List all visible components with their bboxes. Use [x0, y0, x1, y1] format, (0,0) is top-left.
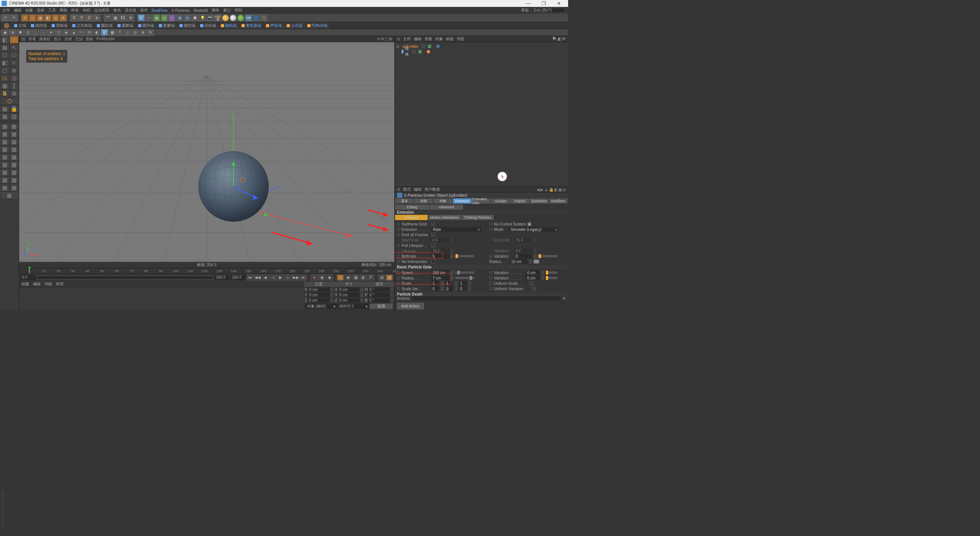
scene-python[interactable]: Python域	[305, 23, 330, 29]
mat-edit[interactable]: 编辑	[33, 281, 41, 287]
coord-mode-dd[interactable]: 对象 (相对)▾	[305, 304, 337, 309]
layout-dropdown[interactable]: 启动 (用户)	[531, 8, 566, 13]
vp-grip-icon[interactable]	[21, 37, 25, 41]
add-spline[interactable]: 〰	[145, 15, 152, 21]
obj-row-emitter[interactable]: ⊟ xpEmitter ✓	[396, 44, 567, 49]
lt-lock[interactable]: ⬡	[0, 97, 19, 105]
birthrate-slider[interactable]	[455, 255, 474, 257]
st-5[interactable]: ∴	[32, 29, 39, 36]
timeline-ruler[interactable]: 0102030405060708090100110120130140150160…	[19, 268, 394, 273]
play-back[interactable]: ◁	[270, 275, 276, 281]
subtab-thinking[interactable]: Thinking Particles	[461, 215, 494, 220]
scene-linear[interactable]: 线性域	[29, 23, 49, 29]
coord-apply[interactable]: 应用	[370, 304, 393, 309]
vp-menu-options[interactable]: 选项	[64, 36, 72, 42]
psr-button[interactable]: PSR0	[214, 15, 221, 21]
axis-x[interactable]: X	[70, 15, 77, 21]
undo-button[interactable]: ↶	[2, 15, 9, 21]
st-8[interactable]: ⬡	[55, 29, 62, 36]
subtab-emission[interactable]: Emission	[395, 215, 428, 220]
obj-menu-edit[interactable]: 编辑	[414, 36, 421, 42]
vp-menu-filter[interactable]: 过滤	[75, 36, 83, 42]
menu-select[interactable]: 选择	[37, 8, 44, 13]
attr-back-icon[interactable]: ◀	[537, 188, 540, 192]
lt-lasso[interactable]: ⬭	[10, 51, 19, 59]
lt-p11[interactable]: ▦	[0, 161, 10, 168]
scalevar-value[interactable]: 0	[431, 286, 439, 291]
pos-X[interactable]: 0 cm	[308, 288, 330, 292]
st-13[interactable]: ◐	[93, 29, 100, 36]
st-12[interactable]: ⟳	[86, 29, 93, 36]
lt-grid3[interactable]: ▧	[10, 113, 19, 120]
st-2[interactable]: ⊗	[9, 29, 16, 36]
axis-z[interactable]: Z	[86, 15, 93, 21]
obj-eye-icon[interactable]: 👁	[562, 37, 566, 41]
head-icon[interactable]	[2, 23, 11, 29]
vp-menu-camera[interactable]: 摄像机	[39, 36, 51, 42]
vis-editor[interactable]	[421, 44, 425, 48]
rec-btn[interactable]: ●	[311, 275, 318, 281]
rot-H[interactable]: 0 °	[369, 288, 390, 292]
speedvar-value[interactable]: 0 cm	[526, 270, 540, 275]
recent-tool[interactable]: ◎	[52, 15, 59, 21]
sphere-tag-icon[interactable]	[426, 50, 430, 54]
tab-coord[interactable]: 坐标	[414, 198, 433, 204]
vp-split-icon[interactable]: ⊞	[389, 37, 392, 41]
tab-modifiers[interactable]: Modifiers	[549, 198, 568, 204]
scene-radial[interactable]: 径向域	[198, 23, 218, 29]
lt-axis[interactable]: ⊕	[10, 67, 19, 74]
misc-icon[interactable]: ⬡	[260, 15, 267, 21]
light-icon[interactable]: 💡	[199, 15, 206, 21]
tab-editing[interactable]: Editing	[395, 204, 429, 210]
st-16[interactable]: T	[116, 29, 123, 36]
ks-3[interactable]: ▦	[352, 275, 359, 281]
obj-menu-view[interactable]: 查看	[425, 36, 432, 42]
birthrate-value[interactable]: 5	[431, 254, 449, 258]
vp-menu-view[interactable]: 查看	[28, 36, 36, 42]
st-18[interactable]: ◎	[132, 29, 139, 36]
ks-1[interactable]: ⊞	[337, 275, 344, 281]
lt-p6[interactable]: ▦	[10, 138, 19, 145]
render-region[interactable]: ▦	[112, 15, 119, 21]
lt-arrow[interactable]: ↖	[10, 44, 19, 51]
goto-start[interactable]: ⏮	[247, 275, 253, 281]
lt-cm[interactable]: ⬭	[0, 74, 10, 82]
scene-formula[interactable]: 公式域	[284, 23, 305, 29]
menu-spline[interactable]: 样条	[71, 8, 79, 13]
menu-xparticles[interactable]: X-Particles	[172, 8, 190, 13]
tab-emission[interactable]: Emission	[453, 198, 472, 204]
lt-p13[interactable]: ▦	[0, 168, 10, 176]
object-tree[interactable]: ⊟ xpEmitter ✓ 球体	[395, 42, 568, 186]
radiusvar-slider[interactable]	[546, 277, 557, 279]
scalevar-value2[interactable]: 0	[445, 286, 453, 291]
lt-ll[interactable]: ║	[10, 82, 19, 90]
tab-object[interactable]: 对象	[433, 198, 452, 204]
timeline-slider[interactable]	[37, 276, 214, 279]
attr-i4[interactable]: ⊞	[563, 188, 566, 192]
pos-Z[interactable]: 0 cm	[308, 298, 330, 302]
lt-p12[interactable]: ▦	[10, 161, 19, 168]
ks-2[interactable]: ◉	[345, 275, 351, 281]
lt-model[interactable]: ◧	[0, 36, 10, 44]
scene-random[interactable]: 随机域	[219, 23, 239, 29]
tab-groups[interactable]: Groups	[491, 198, 510, 204]
frame-end[interactable]: 250 F	[214, 275, 230, 280]
attr-menu-edit[interactable]: 编辑	[414, 187, 421, 192]
emission-dropdown[interactable]: Rate▾	[431, 227, 481, 232]
frame-end2[interactable]: 250 F	[230, 275, 246, 280]
lifespan-value[interactable]: 75 F	[431, 248, 449, 253]
actions-field[interactable]	[412, 296, 560, 301]
st-4[interactable]: ⊙	[24, 29, 31, 36]
key-btn[interactable]: ◆	[326, 275, 333, 281]
vp-menu-display[interactable]: 显示	[54, 36, 61, 42]
add-light[interactable]: ▤	[184, 15, 191, 21]
obj-menu-obj[interactable]: 对象	[435, 36, 443, 42]
obj-menu-tags[interactable]: 标签	[446, 36, 454, 42]
orb-2[interactable]	[230, 15, 237, 21]
rot-P[interactable]: 0 °	[368, 293, 390, 297]
lt-p15[interactable]: ▦	[0, 176, 10, 184]
mode-dropdown[interactable]: Simulate (Legacy)▾	[509, 227, 559, 232]
st-15[interactable]: ▦	[109, 29, 116, 36]
scale-value[interactable]: 1	[431, 281, 439, 286]
st-17[interactable]: ⊥	[124, 29, 131, 36]
